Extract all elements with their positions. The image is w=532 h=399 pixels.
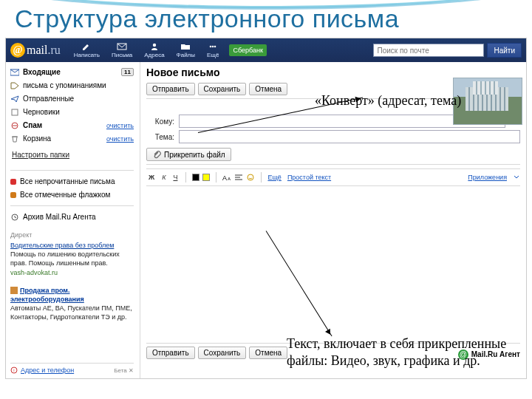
search-input[interactable]	[373, 44, 484, 57]
underline-button[interactable]: Ч	[171, 173, 180, 182]
folder-inbox[interactable]: Входящие 11	[10, 66, 134, 78]
send-button[interactable]: Отправить	[146, 83, 195, 95]
cancel-button[interactable]: Отмена	[249, 83, 287, 95]
subject-input[interactable]	[179, 130, 520, 143]
font-size-icon[interactable]: AA	[222, 174, 231, 181]
folder-drafts[interactable]: Черновики	[10, 106, 134, 117]
toolbar-plain-link[interactable]: Простой текст	[287, 174, 331, 181]
archive-label: Архив Mail.Ru Агента	[23, 213, 96, 221]
separator	[185, 172, 186, 183]
buttons-bottom: Отправить Сохранить Отмена	[146, 347, 287, 359]
message-body-editor[interactable]	[146, 186, 520, 343]
cancel-button-bottom[interactable]: Отмена	[249, 347, 287, 359]
topbar-addresses[interactable]: Адреса	[138, 41, 170, 60]
spam-icon	[10, 122, 19, 129]
topbar-item-label: Написать	[74, 52, 100, 58]
svg-point-2	[210, 46, 212, 48]
chevron-down-icon[interactable]	[513, 174, 520, 181]
svg-point-4	[214, 46, 216, 48]
divider	[10, 205, 134, 206]
topbar-item-label: Файлы	[177, 52, 195, 58]
logo-mail: mail	[27, 44, 47, 57]
ad-title[interactable]: Продажа пром. электрооборудования	[10, 286, 134, 304]
toolbar-apps-link[interactable]: Приложения	[468, 174, 507, 181]
save-button[interactable]: Сохранить	[198, 83, 247, 95]
folder-trash[interactable]: Корзина очистить	[10, 133, 134, 144]
sidebar: Входящие 11 письма с упоминаниями Отправ…	[6, 62, 140, 378]
callout-body: Текст, включает в себя прикрепленные фай…	[287, 335, 508, 369]
svg-text:A: A	[222, 174, 227, 181]
folder-label: Отправленные	[23, 95, 74, 103]
topbar-more[interactable]: Ещё	[201, 41, 225, 60]
envelope-icon	[117, 42, 127, 51]
svg-text:i: i	[13, 368, 14, 372]
filter-unread[interactable]: Все непрочитанные письма	[10, 176, 134, 187]
svg-point-15	[248, 174, 253, 180]
address-phone-link[interactable]: Адрес и телефон	[21, 366, 74, 374]
divider	[10, 170, 134, 171]
info-icon: i	[10, 366, 18, 374]
folder-mentions[interactable]: письма с упоминаниями	[10, 80, 134, 91]
filter-label: Все непрочитанные письма	[20, 177, 115, 185]
topbar-mail[interactable]: Письма	[106, 41, 138, 60]
person-icon	[149, 42, 160, 51]
toolbar-more-link[interactable]: Ещё	[267, 174, 281, 181]
ad-text: Автоматы АЕ, ВА, Пускатели ПМ, ПМЕ, Конт…	[10, 304, 134, 321]
red-flag-icon	[10, 179, 16, 185]
sent-icon	[10, 95, 19, 103]
separator	[261, 172, 262, 183]
topbar-item-label: Адреса	[144, 52, 164, 58]
slide-title: Структура электронного письма	[15, 4, 399, 33]
attach-button[interactable]: Прикрепить файл	[146, 148, 231, 161]
attach-label: Прикрепить файл	[164, 151, 225, 159]
folder-label: Входящие	[23, 68, 61, 76]
compose-heading: Новое письмо	[146, 66, 520, 78]
folder-icon	[180, 42, 191, 51]
folder-label: письма с упоминаниями	[23, 81, 106, 89]
promo-sberbank[interactable]: Сбербанк	[229, 44, 266, 56]
folder-settings-link[interactable]: Настроить папки	[12, 151, 134, 159]
topbar-item-label: Письма	[112, 52, 132, 58]
editor-toolbar: Ж К Ч AA Ещё Простой текст При	[146, 168, 520, 186]
pencil-icon	[81, 42, 92, 51]
folder-spam[interactable]: Спам очистить	[10, 120, 134, 131]
send-button-bottom[interactable]: Отправить	[146, 347, 195, 359]
inbox-icon	[10, 69, 19, 76]
topbar-files[interactable]: Файлы	[171, 41, 201, 60]
callout-envelope: «Конверт» (адресат, тема)	[315, 92, 461, 109]
svg-rect-9	[10, 287, 18, 294]
filter-flagged[interactable]: Все отмеченные флажком	[10, 189, 134, 200]
archive-agent[interactable]: Архив Mail.Ru Агента	[10, 211, 134, 222]
logo-ru: .ru	[47, 44, 60, 57]
ad-dismiss[interactable]: Бета ✕	[114, 367, 134, 374]
trash-icon	[10, 135, 19, 143]
ad-text: Помощь по лишению водительских прав. Пом…	[10, 250, 134, 267]
folder-sent[interactable]: Отправленные	[10, 93, 134, 104]
text-color-button[interactable]	[192, 174, 200, 181]
ad-icon	[10, 287, 18, 294]
bold-button[interactable]: Ж	[146, 173, 157, 182]
align-icon[interactable]	[234, 174, 243, 181]
topbar-compose[interactable]: Написать	[68, 41, 106, 60]
emoji-icon[interactable]	[246, 174, 255, 181]
svg-point-1	[153, 44, 156, 47]
italic-button[interactable]: К	[160, 173, 168, 182]
svg-point-3	[212, 46, 214, 48]
highlight-color-button[interactable]	[202, 174, 210, 181]
ad-url[interactable]: vash-advokat.ru	[10, 268, 134, 277]
inbox-count: 11	[121, 68, 134, 76]
logo[interactable]: @ mail .ru	[6, 43, 68, 58]
dots-icon	[208, 42, 218, 51]
ad-title[interactable]: Водительские права без проблем	[10, 241, 134, 250]
subject-label: Тема:	[146, 133, 174, 141]
spam-clear-link[interactable]: очистить	[106, 122, 134, 129]
folder-label: Корзина	[23, 134, 51, 143]
folder-label: Спам	[23, 121, 42, 129]
save-button-bottom[interactable]: Сохранить	[198, 347, 247, 359]
logo-at-icon: @	[10, 43, 25, 58]
tag-icon	[10, 82, 19, 89]
trash-clear-link[interactable]: очистить	[106, 135, 134, 143]
folder-label: Черновики	[23, 108, 60, 116]
to-label: Кому:	[146, 117, 174, 126]
search-button[interactable]: Найти	[487, 43, 522, 58]
